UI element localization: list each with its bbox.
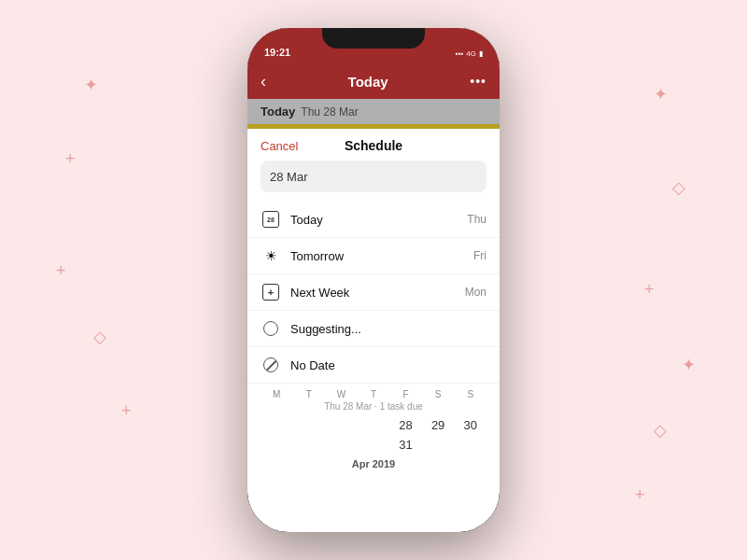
list-item-tomorrow[interactable]: ☀ Tomorrow Fri [247,238,500,274]
list-item-today[interactable]: Today Thu [247,202,500,238]
nav-title: Today [348,74,388,90]
next-week-item-day: Mon [465,286,486,299]
date-input[interactable]: 28 Mar [261,161,486,192]
today-date: Thu 28 Mar [301,105,358,119]
calendar-icon [261,209,281,230]
tomorrow-item-day: Fri [473,249,486,262]
decoration-diamond-2: ◇ [93,327,106,347]
battery-icon: ▮ [479,49,483,58]
cal-empty-1 [261,415,293,435]
calendar: M T W T F S S Thu 28 Mar · 1 task due [247,384,500,473]
status-icons: ▪▪▪ 4G ▮ [456,49,483,60]
slash-icon [261,355,281,375]
signal-bars: ▪▪▪ [456,49,464,58]
decoration-star-1: ✦ [84,75,98,95]
decoration-plus-3: + [121,401,132,421]
weekday-t2: T [358,389,390,399]
status-time: 19:21 [264,47,290,60]
decoration-plus-1: + [65,149,76,169]
decoration-star-3: ✦ [682,355,696,375]
phone-shell: 19:21 ▪▪▪ 4G ▮ ‹ Today ••• Today Thu 28 … [247,28,500,532]
decoration-star-2: ✦ [654,84,668,105]
calendar-month-label: Apr 2019 [261,458,486,473]
cancel-button[interactable]: Cancel [261,139,298,153]
cal-empty-5 [261,435,293,455]
list-item-no-date[interactable]: No Date [247,347,500,384]
screen: 19:21 ▪▪▪ 4G ▮ ‹ Today ••• Today Thu 28 … [247,28,500,532]
cal-empty-3 [325,415,358,435]
schedule-title: Schedule [345,138,402,153]
decoration-plus-4: + [644,280,655,300]
calendar-weekdays: M T W T F S S [261,389,486,399]
weekday-m: M [261,389,293,399]
weekday-s1: S [422,389,455,399]
schedule-header: Cancel Schedule [247,129,500,161]
cal-day-29[interactable]: 29 [422,415,455,435]
decoration-plus-2: + [56,261,66,281]
date-input-value: 28 Mar [270,170,307,184]
cal-empty-4 [358,415,390,435]
no-date-item-label: No Date [290,358,486,372]
list-item-next-week[interactable]: + Next Week Mon [247,274,500,311]
sun-icon: ☀ [261,245,281,266]
cal-plus-icon: + [261,282,281,302]
decoration-diamond-1: ◇ [672,177,685,198]
calendar-days: 28 29 30 31 [261,415,486,455]
today-circle: 28 [389,418,422,432]
network-type: 4G [466,49,476,58]
today-item-label: Today [290,213,467,227]
today-header: Today Thu 28 Mar [247,99,500,124]
weekday-w: W [325,389,358,399]
today-item-day: Thu [467,213,486,226]
cal-empty-7 [325,435,358,455]
nav-bar: ‹ Today ••• [247,63,500,99]
back-button[interactable]: ‹ [261,72,266,91]
weekday-f: F [389,389,422,399]
cal-empty-8 [358,435,390,455]
schedule-sheet: Cancel Schedule 28 Mar Today Thu [247,129,500,532]
cal-empty-6 [293,435,326,455]
suggesting-item-label: Suggesting... [290,322,486,336]
next-week-item-label: Next Week [290,286,465,300]
weekday-t1: T [293,389,326,399]
cal-day-30[interactable]: 30 [454,415,486,435]
cal-empty-2 [293,415,326,435]
more-button[interactable]: ••• [470,74,486,89]
list-item-suggesting[interactable]: Suggesting... [247,311,500,347]
cal-day-28[interactable]: 28 [389,415,422,435]
notch [322,28,425,49]
weekday-s2: S [454,389,486,399]
today-label: Today [261,105,295,119]
circle-icon [261,318,281,339]
cal-day-31[interactable]: 31 [389,435,422,455]
decoration-diamond-3: ◇ [654,420,667,441]
decoration-plus-5: + [635,485,645,505]
tomorrow-item-label: Tomorrow [290,249,473,263]
calendar-note: Thu 28 Mar · 1 task due [261,401,486,412]
